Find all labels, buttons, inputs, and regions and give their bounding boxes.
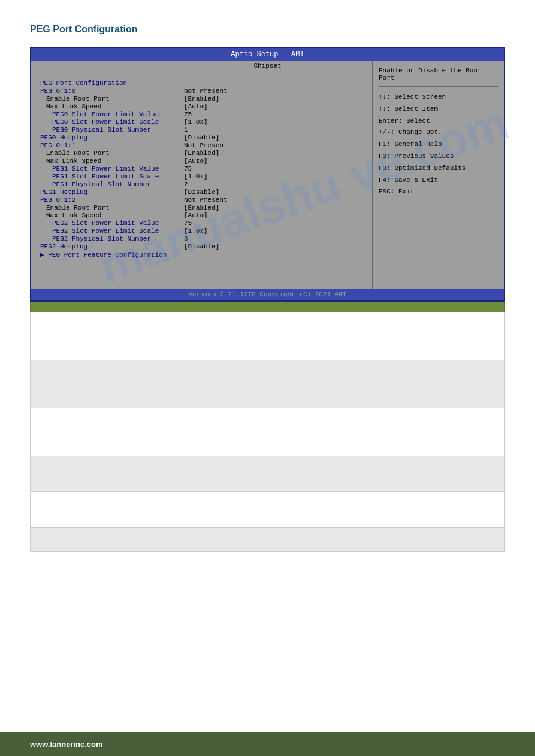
bios-value-17: [Auto]	[184, 212, 208, 219]
bios-label-21: PEG2 Hotplug	[40, 243, 184, 250]
bios-label-20: PEG2 Physical Slot Number	[40, 235, 184, 242]
nav-optimized-defaults: F3: Optimized Defaults	[379, 163, 498, 175]
bios-label-19: PEG2 Slot Power Limit Scale	[40, 227, 184, 235]
nav-select-screen: ↑↓: Select Screen	[379, 92, 498, 104]
bios-row-6: PEG0 Physical Slot Number 1	[40, 126, 366, 133]
table-row	[31, 492, 505, 528]
table-cell	[31, 492, 123, 528]
bios-label-9: Enable Root Port	[40, 150, 184, 157]
table-cell	[123, 456, 216, 492]
bios-row-20: PEG2 Physical Slot Number 3	[40, 235, 366, 242]
bios-tab: Chipset	[247, 61, 287, 71]
bios-screenshot: Aptio Setup - AMI Chipset PEG Port Confi…	[30, 47, 505, 302]
bios-value-21: [Disable]	[184, 243, 219, 250]
bios-value-14: [Disable]	[184, 189, 219, 196]
bios-value-10: [Auto]	[184, 157, 208, 165]
bios-row-22: ▶ PEG Port Feature Configuration	[40, 251, 366, 259]
bios-row-12: PEG1 Slot Power Limit Scale [1.0x]	[40, 173, 366, 180]
bios-value-7: [Disable]	[184, 134, 219, 141]
bios-label-2: Enable Root Port	[40, 95, 184, 102]
bios-row-15: PEG 0:1:2 Not Present	[40, 196, 366, 204]
table-cell	[123, 312, 216, 360]
bios-main-area: PEG Port Configuration PEG 0:1:0 Not Pre…	[31, 61, 504, 289]
bios-row-4: PEG0 Slot Power Limit Value 75	[40, 111, 366, 118]
bios-label-22: ▶ PEG Port Feature Configuration	[40, 251, 184, 259]
table-cell	[216, 528, 505, 552]
bios-value-6: 1	[184, 126, 188, 133]
bios-row-7: PEG0 Hotplug [Disable]	[40, 134, 366, 141]
table-cell	[123, 528, 216, 552]
bios-label-15: PEG 0:1:2	[40, 196, 184, 204]
table-cell	[216, 312, 505, 360]
footer-bar: www.lannerinc.com	[0, 732, 535, 756]
bios-value-3: [Auto]	[184, 103, 208, 110]
bios-label-10: Max Link Speed	[40, 157, 184, 165]
bios-label-4: PEG0 Slot Power Limit Value	[40, 111, 184, 118]
nav-previous-values: F2: Previous Values	[379, 151, 498, 163]
bios-row-3: Max Link Speed [Auto]	[40, 103, 366, 110]
bios-row-8: PEG 0:1:1 Not Present	[40, 142, 366, 149]
bios-row-9: Enable Root Port [Enabled]	[40, 150, 366, 157]
bios-value-13: 2	[184, 181, 188, 188]
table-cell	[123, 360, 216, 408]
bios-value-12: [1.0x]	[184, 173, 208, 180]
bios-value-4: 75	[184, 111, 192, 118]
footer-website-link[interactable]: www.lannerinc.com	[30, 740, 103, 749]
bios-value-16: [Enabled]	[184, 204, 219, 211]
table-cell	[216, 492, 505, 528]
bios-row-16: Enable Root Port [Enabled]	[40, 204, 366, 211]
table-header-row	[31, 302, 505, 312]
bios-row-2: Enable Root Port [Enabled]	[40, 95, 366, 102]
bios-value-18: 75	[184, 220, 192, 227]
table-cell	[31, 456, 123, 492]
bios-label-17: Max Link Speed	[40, 212, 184, 219]
bios-row-11: PEG1 Slot Power Limit Value 75	[40, 165, 366, 172]
nav-change-opt: +/-: Change Opt.	[379, 127, 498, 139]
bios-left-panel: PEG Port Configuration PEG 0:1:0 Not Pre…	[31, 61, 372, 289]
bios-row-10: Max Link Speed [Auto]	[40, 157, 366, 165]
page-title: PEG Port Configuration	[30, 24, 505, 35]
bios-value-20: 3	[184, 235, 188, 242]
table-row	[31, 408, 505, 456]
nav-general-help: F1: General Help	[379, 139, 498, 151]
bios-value-19: [1.0x]	[184, 227, 208, 235]
bios-value-5: [1.0x]	[184, 119, 208, 126]
bios-row-1: PEG 0:1:0 Not Present	[40, 87, 366, 95]
table-cell	[123, 408, 216, 456]
bios-row-21: PEG2 Hotplug [Disable]	[40, 243, 366, 250]
col-header-2	[123, 302, 216, 312]
bios-label-6: PEG0 Physical Slot Number	[40, 126, 184, 133]
bios-row-17: Max Link Speed [Auto]	[40, 212, 366, 219]
bios-title-bar: Aptio Setup - AMI Chipset	[31, 48, 504, 61]
bios-right-panel: Enable or Disable the Root Port ↑↓: Sele…	[372, 61, 504, 289]
bios-label-1: PEG 0:1:0	[40, 87, 184, 95]
nav-esc-exit: ESC: Exit	[379, 186, 498, 198]
bios-title: Aptio Setup - AMI	[231, 50, 304, 59]
bios-row-13: PEG1 Physical Slot Number 2	[40, 181, 366, 188]
table-row	[31, 528, 505, 552]
bios-value-2: [Enabled]	[184, 95, 219, 102]
bios-value-15: Not Present	[184, 196, 228, 204]
table-cell	[216, 360, 505, 408]
bios-value-8: Not Present	[184, 142, 228, 149]
bios-nav: ↑↓: Select Screen ↑↓: Select Item Enter:…	[379, 92, 498, 198]
table-row	[31, 360, 505, 408]
bios-value-1: Not Present	[184, 87, 228, 95]
nav-save-exit: F4: Save & Exit	[379, 175, 498, 187]
table-cell	[31, 312, 123, 360]
bios-value-9: [Enabled]	[184, 150, 219, 157]
table-cell	[31, 408, 123, 456]
table-cell	[123, 492, 216, 528]
bios-label-18: PEG2 Slot Power Limit Value	[40, 220, 184, 227]
bios-value-11: 75	[184, 165, 192, 172]
nav-select-item: ↑↓: Select Item	[379, 104, 498, 116]
bios-label-3: Max Link Speed	[40, 103, 184, 110]
bios-row-5: PEG0 Slot Power Limit Scale [1.0x]	[40, 119, 366, 126]
bios-row-18: PEG2 Slot Power Limit Value 75	[40, 220, 366, 227]
col-header-1	[31, 302, 123, 312]
bios-label-12: PEG1 Slot Power Limit Scale	[40, 173, 184, 180]
bios-divider	[379, 86, 498, 87]
bios-row-19: PEG2 Slot Power Limit Scale [1.0x]	[40, 227, 366, 235]
content-table	[30, 302, 505, 552]
table-cell	[216, 408, 505, 456]
